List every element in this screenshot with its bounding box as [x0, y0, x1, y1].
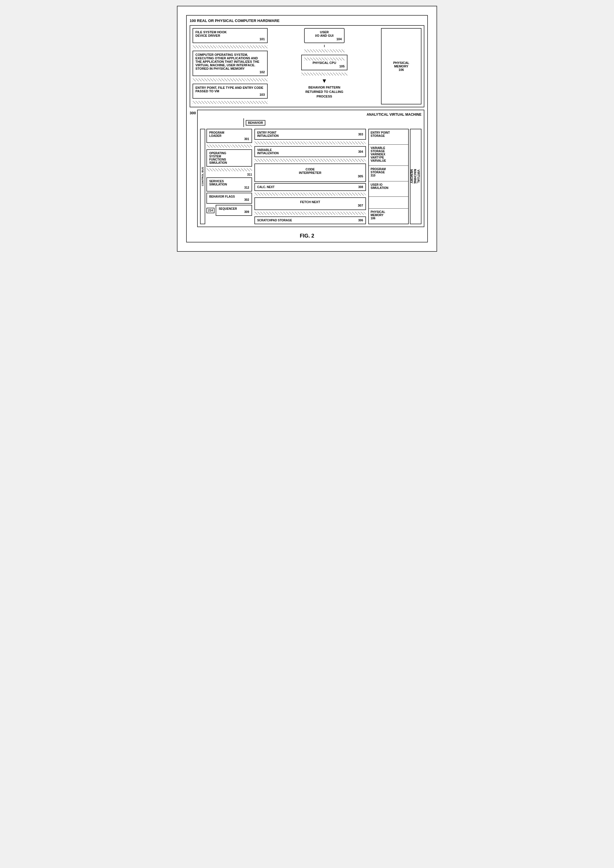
physical-memory-top-label: PHYSICAL MEMORY	[393, 61, 409, 68]
computer-os-box: COMPUTER OPERATING SYSTEM, EXECUTING OTH…	[192, 51, 268, 76]
hardware-center-col: USER I/O AND GUI 104 PHYSICAL CPU 105 ▼ …	[271, 28, 378, 104]
variable-init-box: VARIABLE INITIALIZATION 304	[254, 146, 366, 157]
hatch-epi	[254, 142, 366, 145]
hatch-1	[192, 45, 268, 48]
physical-memory-top-number: 106	[398, 68, 404, 72]
entry-point-label: ENTRY POINT, FILE TYPE AND ENTRY CODE PA…	[195, 86, 264, 93]
program-loader-box: PROGRAM LOADER 301	[206, 129, 252, 143]
physical-memory-top-box: PHYSICAL MEMORY 106	[381, 28, 422, 104]
hatch-os	[206, 168, 252, 171]
blank-block	[369, 197, 408, 208]
hatch-pl	[206, 145, 252, 148]
entry-point-box: ENTRY POINT, FILE TYPE AND ENTRY CODE PA…	[192, 84, 268, 99]
program-storage-block: PROGRAM STORAGE 310	[369, 166, 408, 181]
hatch-cpu-top	[304, 58, 344, 61]
hatch-fn	[254, 212, 366, 215]
physical-cpu-number: 105	[304, 65, 344, 68]
num-214: 214	[206, 208, 215, 213]
arrow-down: ▼	[321, 78, 327, 84]
virtual-memory-blocks: ENTRY POINT STORAGE VARIABLE STORAGE VAR…	[368, 129, 409, 224]
os-functions-box: OPERATING SYSTEM FUNCTIONS SIMULATION	[206, 149, 252, 166]
computer-os-label: COMPUTER OPERATING SYSTEM, EXECUTING OTH…	[195, 53, 259, 70]
sequencer-row: 214 SEQUENCER 309	[206, 205, 252, 216]
hatch-vi	[254, 159, 366, 162]
physical-cpu-label: PHYSICAL CPU	[313, 61, 336, 65]
user-io-label: USER I/O AND GUI	[315, 30, 333, 37]
variable-storage-block: VARIABLE STORAGE VARINDEX VARTYPE VARVAL…	[369, 145, 408, 166]
file-system-hook-number: 101	[195, 37, 265, 41]
vm-center-panel: ENTRY POINT INITIALIZATION 303 VARIABLE …	[254, 129, 366, 224]
num-311: 311	[206, 173, 252, 176]
behavior-flags-box: BEHAVIOR FLAGS 302	[206, 193, 252, 204]
scratchpad-box: SCRATCHPAD STORAGE 306	[254, 216, 366, 224]
diagram-container: 100 REAL OR PHYSICAL COMPUTER HARDWARE F…	[186, 15, 428, 243]
hatch-c2	[301, 73, 347, 76]
vm-right-col: ENTRY POINT STORAGE VARIABLE STORAGE VAR…	[368, 129, 422, 224]
connector-v-1	[324, 45, 325, 47]
calc-next-box: CALC. NEXT 308	[254, 183, 366, 191]
hardware-left-col: FILE SYSTEM HOOK DEVICE DRIVER 101 COMPU…	[192, 28, 268, 104]
fetch-next-box: FETCH NEXT 307	[254, 198, 366, 210]
entry-point-number: 103	[195, 93, 265, 96]
page: 100 REAL OR PHYSICAL COMPUTER HARDWARE F…	[177, 6, 437, 252]
vm-section-number: 300	[190, 110, 196, 227]
behavior-area: BEHAVIOR	[243, 118, 422, 127]
sequencer-box: SEQUENCER 309	[216, 205, 252, 216]
hatch-cn	[254, 193, 366, 196]
hatch-c	[304, 50, 344, 52]
hardware-title-text: 100 REAL OR PHYSICAL COMPUTER HARDWARE	[190, 19, 279, 23]
physical-memory-bottom-block: PHYSICAL MEMORY 106	[369, 208, 408, 224]
behavior-tag: BEHAVIOR	[246, 120, 265, 126]
file-system-hook-label: FILE SYSTEM HOOK DEVICE DRIVER	[195, 30, 226, 37]
fig-label: FIG. 2	[190, 233, 424, 239]
computer-os-number: 102	[195, 70, 265, 74]
user-io-sim-block: USER IO SIMULATION	[369, 181, 408, 197]
left-boxes-stack: PROGRAM LOADER 301 OPERATING SYSTEM FUNC…	[206, 129, 252, 224]
behavior-pattern-label: BEHAVIOR PATTERN RETURNED TO CALLING PRO…	[305, 86, 343, 99]
entry-point-storage-block: ENTRY POINT STORAGE	[369, 129, 408, 145]
hatch-3	[192, 101, 268, 104]
user-io-number: 104	[307, 37, 342, 41]
physical-memory-top: PHYSICAL MEMORY 106	[381, 28, 422, 104]
code-interpreter-box: CODE INTERPRETER 305	[254, 163, 366, 182]
vm-left-panel: CONTROL BUS PROGRAM LOADER 301	[200, 129, 252, 224]
services-sim-box: SERVICES SIMULATION 312	[206, 177, 252, 191]
vm-outer: 300 ANALYTICAL VIRTUAL MACHINE BEHAVIOR	[190, 110, 424, 227]
hardware-section: FILE SYSTEM HOOK DEVICE DRIVER 101 COMPU…	[190, 25, 424, 107]
file-system-hook-box: FILE SYSTEM HOOK DEVICE DRIVER 101	[192, 28, 268, 43]
connector-behavior	[243, 118, 244, 127]
section-gap	[190, 107, 424, 110]
vm-header: ANALYTICAL VIRTUAL MACHINE	[200, 112, 422, 117]
virtual-machine-memory-label: VIRTUAL MACHINE MEMORY	[410, 129, 422, 224]
entry-point-init-box: ENTRY POINT INITIALIZATION 303	[254, 129, 366, 140]
control-bus: CONTROL BUS	[200, 129, 205, 224]
hardware-title: 100 REAL OR PHYSICAL COMPUTER HARDWARE	[190, 19, 424, 23]
hatch-2	[192, 78, 268, 81]
physical-cpu-box: PHYSICAL CPU 105	[301, 55, 347, 70]
user-io-box: USER I/O AND GUI 104	[304, 28, 344, 43]
vm-body: CONTROL BUS PROGRAM LOADER 301	[200, 129, 422, 224]
vm-main-border: ANALYTICAL VIRTUAL MACHINE BEHAVIOR	[197, 110, 424, 227]
